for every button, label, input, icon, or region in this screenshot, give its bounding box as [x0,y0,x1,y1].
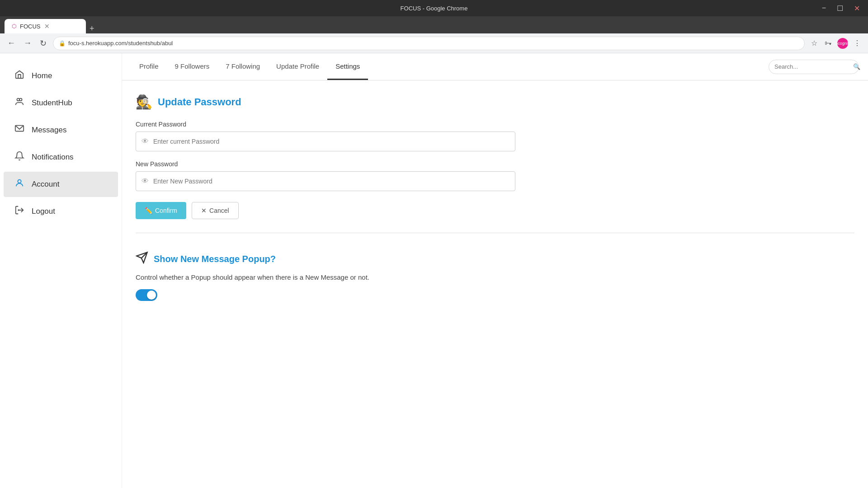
popup-title: Show New Message Popup? [154,254,276,264]
tabs-left: Profile 9 Followers 7 Following Update P… [131,53,368,80]
sidebar-item-studenthub[interactable]: StudentHub [4,90,118,116]
main-content: Profile 9 Followers 7 Following Update P… [122,53,868,488]
spy-icon: 🕵️ [136,94,152,110]
sidebar-studenthub-label: StudentHub [32,99,72,108]
incognito-badge[interactable]: Incognito [837,38,848,49]
search-input[interactable] [774,63,850,70]
current-password-label: Current Password [136,121,854,128]
tab-close-button[interactable]: ✕ [44,23,50,30]
bookmark-icon[interactable]: ☆ [809,37,819,49]
url-bar[interactable]: 🔒 focu-s.herokuapp.com/studentshub/abul [53,37,805,50]
tab-profile-label: Profile [139,62,159,70]
sidebar-notifications-label: Notifications [32,153,74,162]
toggle-slider [136,289,157,301]
new-tab-button[interactable]: + [86,24,98,33]
section-divider [136,233,854,233]
popup-description: Control whether a Popup should appear wh… [136,273,854,281]
forward-button[interactable]: → [22,37,33,50]
button-group: ✏️ Confirm ✕ Cancel [136,202,854,219]
home-icon [14,70,24,82]
current-password-input[interactable] [153,138,509,145]
sidebar-home-label: Home [32,71,52,80]
notifications-icon [14,151,24,164]
tab-profile[interactable]: Profile [131,53,167,80]
new-password-input[interactable] [153,178,509,185]
search-box[interactable]: 🔍 [769,60,859,74]
message-popup-toggle[interactable] [136,289,157,301]
address-bar: ← → ↻ 🔒 focu-s.herokuapp.com/studentshub… [0,33,868,53]
cancel-icon: ✕ [201,207,207,214]
sidebar-item-account[interactable]: Account [4,172,118,197]
cancel-label: Cancel [209,207,229,214]
sidebar: Home StudentHub [0,53,122,488]
tab-update-profile-label: Update Profile [276,62,319,70]
sidebar-item-home[interactable]: Home [4,63,118,89]
studenthub-icon [14,97,24,109]
new-password-eye-icon[interactable]: 👁 [142,177,149,185]
browser-tab[interactable]: ⬡ FOCUS ✕ [5,19,86,33]
app-body: Home StudentHub [0,53,868,488]
popup-section: Show New Message Popup? Control whether … [136,247,854,303]
reload-button[interactable]: ↻ [38,37,48,50]
svg-point-1 [19,99,22,101]
send-icon [136,251,148,267]
new-password-label: New Password [136,160,854,168]
toggle-wrapper [136,289,157,301]
search-icon: 🔍 [853,63,860,70]
svg-point-3 [18,180,21,183]
popup-section-header: Show New Message Popup? [136,251,854,267]
update-password-title: Update Password [158,96,241,108]
url-text: focu-s.herokuapp.com/studentshub/abul [68,40,799,47]
update-password-header: 🕵️ Update Password [136,94,854,110]
confirm-button[interactable]: ✏️ Confirm [136,202,186,219]
tab-label: FOCUS [20,23,41,30]
tab-update-profile[interactable]: Update Profile [268,53,327,80]
key-icon[interactable]: 🗝 [823,38,834,49]
content-area: 🕵️ Update Password Current Password 👁 Ne… [122,80,868,316]
sidebar-account-label: Account [32,180,59,189]
new-password-wrapper: 👁 [136,171,515,191]
title-bar: FOCUS - Google Chrome − ☐ ✕ [0,0,868,16]
close-button[interactable]: ✕ [850,3,863,14]
tab-following-label: 7 Following [226,62,260,70]
tab-favicon: ⬡ [12,23,16,29]
current-password-group: Current Password 👁 [136,121,854,151]
minimize-button[interactable]: − [818,3,830,14]
tab-settings-label: Settings [335,62,360,70]
profile-tabs: Profile 9 Followers 7 Following Update P… [122,53,868,80]
cancel-button[interactable]: ✕ Cancel [192,202,239,219]
current-password-wrapper: 👁 [136,131,515,151]
tab-followers[interactable]: 9 Followers [167,53,218,80]
new-password-group: New Password 👁 [136,160,854,191]
lock-icon: 🔒 [59,40,66,47]
confirm-label: Confirm [155,207,177,214]
current-password-eye-icon[interactable]: 👁 [142,137,149,145]
sidebar-item-messages[interactable]: Messages [4,117,118,143]
account-icon [14,178,24,191]
window-controls[interactable]: − ☐ ✕ [818,3,863,14]
tab-followers-label: 9 Followers [175,62,210,70]
sidebar-logout-label: Logout [32,207,55,216]
tab-following[interactable]: 7 Following [217,53,268,80]
toolbar-icons: ☆ 🗝 Incognito ⋮ [809,37,863,49]
sidebar-item-notifications[interactable]: Notifications [4,145,118,170]
sidebar-item-logout[interactable]: Logout [4,199,118,224]
sidebar-messages-label: Messages [32,126,66,135]
incognito-label: Incognito [835,41,851,46]
maximize-button[interactable]: ☐ [833,3,847,14]
browser-title: FOCUS - Google Chrome [401,5,468,12]
tab-settings[interactable]: Settings [327,53,368,80]
confirm-icon: ✏️ [145,207,152,214]
messages-icon [14,124,24,136]
tab-bar: ⬡ FOCUS ✕ + [0,16,868,33]
menu-icon[interactable]: ⋮ [852,37,863,49]
back-button[interactable]: ← [5,37,17,50]
logout-icon [14,205,24,218]
